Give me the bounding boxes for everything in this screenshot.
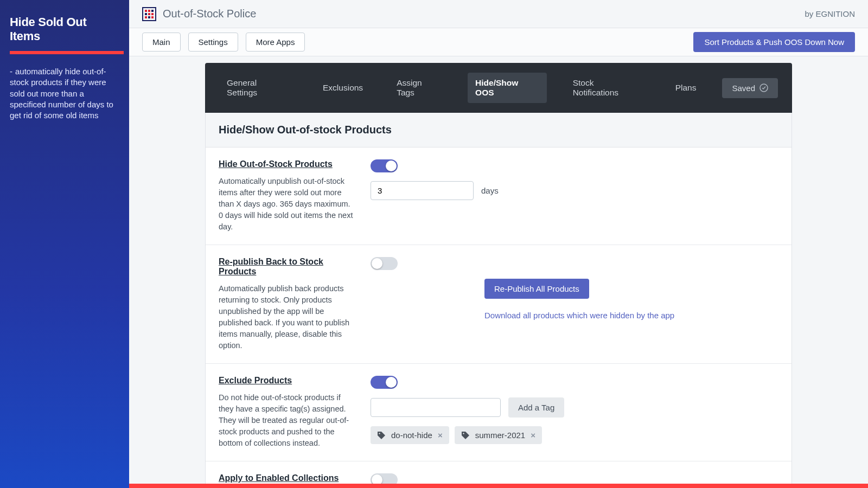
tag-chip: summer-2021 × [455,426,542,444]
tag-input[interactable] [371,398,501,417]
sidebar: Hide Sold Out Items -automatically hide … [0,0,129,488]
republish-desc: Automatically publish back products retu… [219,283,355,351]
svg-rect-8 [148,16,150,18]
sidebar-accent [10,51,124,54]
more-apps-button[interactable]: More Apps [246,33,305,52]
toolbar: Main Settings More Apps Sort Products & … [129,28,868,56]
svg-rect-1 [145,10,147,12]
topbar: Out-of-Stock Police by EGNITION [129,0,868,28]
settings-button[interactable]: Settings [188,33,238,52]
republish-title: Re-publish Back to Stock Products [219,257,355,277]
exclude-toggle[interactable] [371,376,398,389]
section-republish: Re-publish Back to Stock Products Automa… [206,245,792,364]
tabbar: General Settings Exclusions Assign Tags … [205,63,792,113]
svg-point-12 [463,433,464,434]
svg-rect-6 [151,13,154,15]
tab-assign-tags[interactable]: Assign Tags [389,73,449,103]
section-hide-oos: Hide Out-of-Stock Products Automatically… [206,147,792,245]
republish-toggle[interactable] [371,257,398,270]
by-line: by EGNITION [805,9,855,18]
download-hidden-link[interactable]: Download all products which were hidden … [484,311,674,320]
settings-card: Hide Out-of-Stock Products Automatically… [205,147,792,488]
main-button[interactable]: Main [142,33,181,52]
app-title: Out-of-Stock Police [163,8,256,20]
tag-chips: do-not-hide × summer-2021 × [371,426,778,444]
tag-label: summer-2021 [475,431,526,440]
svg-rect-5 [148,13,150,15]
exclude-title: Exclude Products [219,376,355,386]
tab-plans[interactable]: Plans [668,78,704,98]
svg-rect-9 [151,16,154,18]
remove-tag-icon[interactable]: × [531,431,535,440]
hide-oos-desc: Automatically unpublish out-of-stock ite… [219,176,355,233]
tag-icon [461,431,470,440]
card-title: Hide/Show Out-of-stock Products [205,113,792,147]
exclude-desc: Do not hide out-of-stock products if the… [219,392,355,449]
svg-rect-2 [148,10,150,12]
republish-all-button[interactable]: Re-Publish All Products [484,279,589,299]
saved-indicator: Saved [722,78,778,98]
section-exclude: Exclude Products Do not hide out-of-stoc… [206,364,792,461]
check-circle-icon [760,84,768,92]
days-input[interactable] [371,181,474,200]
svg-rect-3 [151,10,154,12]
remove-tag-icon[interactable]: × [438,431,443,440]
hide-oos-toggle[interactable] [371,159,398,172]
sort-now-button[interactable]: Sort Products & Push OOS Down Now [693,32,855,52]
sidebar-title: Hide Sold Out Items [10,15,119,43]
tag-label: do-not-hide [391,431,432,440]
sidebar-desc: -automatically hide out-of-stock product… [10,66,119,121]
svg-rect-7 [145,16,147,18]
content-area: General Settings Exclusions Assign Tags … [129,56,868,488]
tab-stock-notifications[interactable]: Stock Notifications [565,73,649,103]
hide-oos-title: Hide Out-of-Stock Products [219,159,355,169]
tag-icon [377,431,386,440]
app-logo-icon [142,7,156,21]
add-tag-button[interactable]: Add a Tag [508,397,564,418]
bottom-accent-bar [129,484,868,488]
days-unit: days [481,186,499,195]
tab-exclusions[interactable]: Exclusions [315,78,371,98]
tag-chip: do-not-hide × [371,426,449,444]
tab-hide-show-oos[interactable]: Hide/Show OOS [468,73,547,103]
svg-rect-4 [145,13,147,15]
tab-general-settings[interactable]: General Settings [219,73,297,103]
svg-point-11 [379,433,380,434]
